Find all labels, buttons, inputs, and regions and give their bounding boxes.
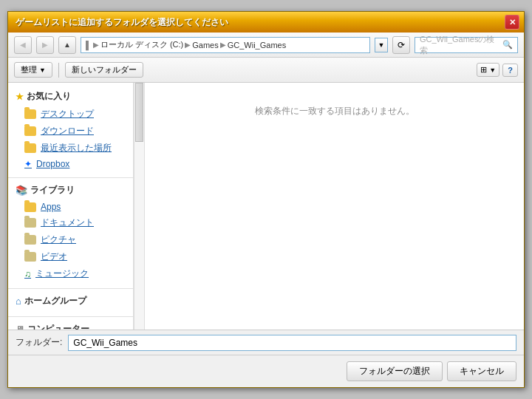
- path-dropdown[interactable]: ▼: [375, 38, 388, 52]
- homegroup-icon: ⌂: [16, 296, 21, 307]
- view-dropdown-icon: ▼: [489, 66, 496, 74]
- view-icon: ⊞: [480, 65, 487, 75]
- folder-icon: [24, 143, 36, 153]
- select-folder-button[interactable]: フォルダーの選択: [347, 361, 443, 381]
- computer-header: 🖥 コンピューター: [8, 320, 133, 330]
- cancel-button[interactable]: キャンセル: [447, 361, 516, 381]
- back-button[interactable]: ◀: [14, 36, 32, 54]
- computer-section: 🖥 コンピューター 💾 ローカル ディスク (C:): [8, 320, 133, 330]
- forward-button[interactable]: ▶: [36, 36, 54, 54]
- path-segment-games: Games: [192, 41, 218, 50]
- empty-message: 検索条件に一致する項目はありません。: [255, 105, 415, 117]
- folder-icon: [24, 202, 36, 212]
- path-segment-c: ローカル ディスク (C:): [100, 39, 183, 50]
- sidebar-item-download[interactable]: ダウンロード: [8, 123, 133, 140]
- new-folder-label: 新しいフォルダー: [72, 64, 137, 75]
- homegroup-section: ⌂ ホームグループ: [8, 292, 133, 310]
- title-bar: ゲームリストに追加するフォルダを選択してください ✕: [8, 12, 524, 33]
- sidebar-item-apps[interactable]: Apps: [8, 200, 133, 214]
- folder-icon: [24, 126, 36, 136]
- star-icon: ★: [16, 92, 24, 102]
- address-path[interactable]: ▌ ▶ ローカル ディスク (C:) ▶ Games ▶ GC_Wii_Game…: [81, 37, 370, 53]
- path-segment-gcwii: GC_Wii_Games: [228, 41, 286, 50]
- title-bar-buttons: ✕: [505, 15, 519, 30]
- sidebar-item-recent[interactable]: 最近表示した場所: [8, 140, 133, 157]
- folder-label: フォルダー:: [16, 336, 62, 349]
- computer-icon: 🖥: [16, 324, 24, 330]
- main-content: ★ お気に入り デスクトップ ダウンロード 最近表示した場所: [8, 83, 524, 330]
- sidebar-item-dropbox[interactable]: ✦ Dropbox: [8, 157, 133, 171]
- sidebar-item-desktop[interactable]: デスクトップ: [8, 106, 133, 123]
- sidebar-item-pictures[interactable]: ピクチャ: [8, 231, 133, 248]
- libraries-header: 📚 ライブラリ: [8, 181, 133, 200]
- view-button[interactable]: ⊞ ▼: [477, 63, 499, 77]
- sidebar-item-video[interactable]: ビデオ: [8, 248, 133, 265]
- favorites-header: ★ お気に入り: [8, 87, 133, 106]
- homegroup-header: ⌂ ホームグループ: [8, 292, 133, 310]
- search-icon: 🔍: [502, 40, 513, 50]
- libraries-section: 📚 ライブラリ Apps ドキュメント ピクチャ: [8, 181, 133, 282]
- library-icon: 📚: [16, 185, 27, 196]
- window-title: ゲームリストに追加するフォルダを選択してください: [13, 16, 505, 29]
- favorites-section: ★ お気に入り デスクトップ ダウンロード 最近表示した場所: [8, 87, 133, 171]
- organize-dropdown-icon: ▼: [39, 66, 46, 74]
- refresh-button[interactable]: ⟳: [392, 36, 410, 54]
- sidebar-item-music[interactable]: ♫ ミュージック: [8, 265, 133, 282]
- search-placeholder: GC_Wii_Gamesの検索: [420, 34, 502, 56]
- folder-icon: [24, 109, 36, 119]
- folder-path-bar: フォルダー:: [8, 330, 524, 355]
- up-button[interactable]: ▲: [58, 36, 76, 54]
- search-box[interactable]: GC_Wii_Gamesの検索 🔍: [415, 37, 518, 53]
- organize-label: 整理: [21, 64, 37, 75]
- sidebar: ★ お気に入り デスクトップ ダウンロード 最近表示した場所: [8, 83, 134, 330]
- toolbar: 整理 ▼ 新しいフォルダー ⊞ ▼ ?: [8, 58, 524, 83]
- organize-button[interactable]: 整理 ▼: [14, 62, 52, 78]
- help-button[interactable]: ?: [502, 64, 518, 77]
- sidebar-item-documents[interactable]: ドキュメント: [8, 214, 133, 231]
- folder-icon: [24, 235, 36, 245]
- new-folder-button[interactable]: 新しいフォルダー: [65, 62, 143, 78]
- path-segment-1: ▌: [86, 41, 92, 50]
- combined-sidebar: ★ お気に入り デスクトップ ダウンロード 最近表示した場所: [8, 83, 145, 330]
- folder-icon: [24, 218, 36, 228]
- file-content-area: 検索条件に一致する項目はありません。: [145, 83, 524, 330]
- divider-2: [8, 288, 133, 289]
- music-icon: ♫: [24, 269, 31, 279]
- divider-3: [8, 316, 133, 317]
- sidebar-scrollbar[interactable]: [134, 83, 144, 330]
- close-button[interactable]: ✕: [505, 15, 519, 30]
- divider-1: [8, 177, 133, 178]
- dropbox-icon: ✦: [24, 159, 32, 169]
- folder-icon: [24, 252, 36, 262]
- scrollbar-thumb: [135, 83, 143, 142]
- main-window: ゲームリストに追加するフォルダを選択してください ✕ ◀ ▶ ▲ ▌ ▶ ローカ…: [7, 11, 525, 388]
- address-bar: ◀ ▶ ▲ ▌ ▶ ローカル ディスク (C:) ▶ Games ▶ GC_Wi…: [8, 33, 524, 58]
- footer-buttons: フォルダーの選択 キャンセル: [8, 355, 524, 387]
- folder-input[interactable]: [68, 335, 516, 351]
- toolbar-separator: [58, 63, 59, 78]
